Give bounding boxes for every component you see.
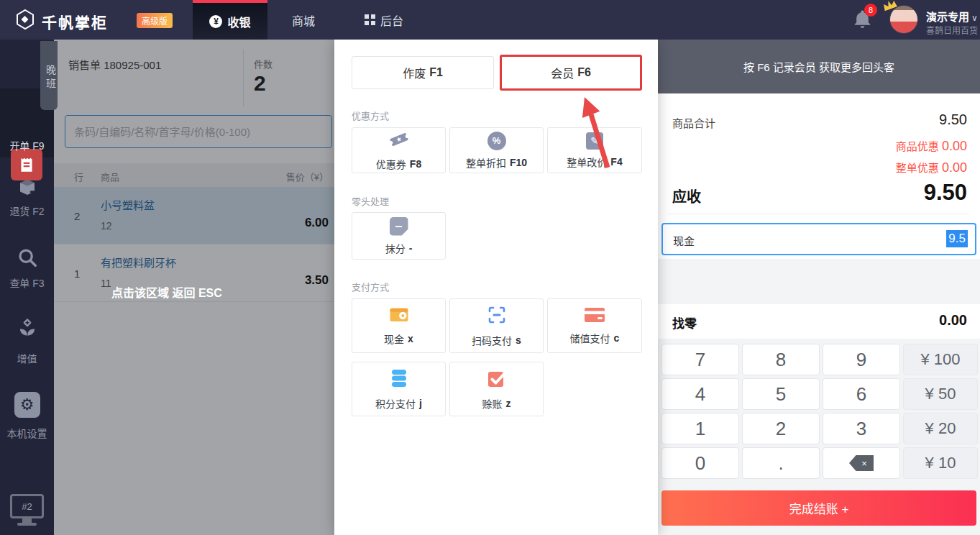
payment-section-label: 支付方式 xyxy=(352,280,389,293)
checkout-actions-panel: 作废F1 会员F6 优惠方式 优惠券F8 % 整单折扣F10 ✎ 整单改价F4 … xyxy=(334,40,658,535)
sidebar-item-local-settings-label[interactable]: 本机设置 xyxy=(0,426,54,440)
item-discount: 商品优惠 0.00 xyxy=(896,138,967,154)
points-pay-key: j xyxy=(419,398,422,409)
points-pay-label: 积分支付 xyxy=(375,396,416,411)
minus-icon: – xyxy=(390,217,408,236)
order-discount-button[interactable]: % 整单折扣F10 xyxy=(449,127,544,173)
scan-pay-button[interactable]: 扫码支付s xyxy=(449,298,544,353)
cash-pay-key: x xyxy=(408,333,413,344)
tab-mall-label: 商城 xyxy=(292,12,315,29)
denom-50-button[interactable]: ¥ 50 xyxy=(903,378,978,410)
overlay-hint-text: 点击该区域 返回 ESC xyxy=(111,283,222,301)
brand-name: 千帆掌柜 xyxy=(42,11,108,32)
order-discount-key: F10 xyxy=(510,157,527,168)
member-label: 会员 xyxy=(551,64,574,81)
sidebar-item-open-order-label: 开单 F9 xyxy=(0,138,54,152)
backspace-key[interactable]: × xyxy=(823,447,900,479)
tab-backend[interactable]: 后台 xyxy=(347,0,421,40)
wallet-icon xyxy=(388,306,410,326)
denom-20-button[interactable]: ¥ 20 xyxy=(903,413,978,444)
card-icon xyxy=(584,307,605,326)
percent-icon: % xyxy=(487,132,506,150)
void-button[interactable]: 作废F1 xyxy=(352,56,494,89)
rounding-section-label: 零头处理 xyxy=(352,194,389,208)
numpad-key-5[interactable]: 5 xyxy=(742,378,820,410)
numpad-key-7[interactable]: 7 xyxy=(661,344,739,375)
chevron-down-icon: ∨ xyxy=(971,13,978,23)
search-order-icon[interactable] xyxy=(0,247,54,268)
checkout-panel: 按 F6 记录会员 获取更多回头客 商品合计 9.50 商品优惠 0.00 整单… xyxy=(658,40,980,535)
tab-mall[interactable]: 商城 xyxy=(267,0,339,40)
member-tip-banner[interactable]: 按 F6 记录会员 获取更多回头客 xyxy=(658,40,980,93)
numpad-key-4[interactable]: 4 xyxy=(661,378,739,410)
complete-checkout-button[interactable]: 完成结账 + xyxy=(661,490,976,526)
cash-pay-button[interactable]: 现金x xyxy=(352,298,446,353)
cash-amount-input[interactable]: 现金 9.5 xyxy=(661,223,976,255)
stored-pay-label: 储值支付 xyxy=(570,331,610,345)
order-discount-label: 整单折扣 xyxy=(466,155,506,170)
stored-pay-key: c xyxy=(614,332,620,344)
numpad-key-6[interactable]: 6 xyxy=(823,378,900,410)
cash-pay-label: 现金 xyxy=(384,331,404,346)
dismiss-overlay[interactable]: 点击该区域 返回 ESC xyxy=(54,40,334,535)
tab-cashier-label: 收银 xyxy=(227,13,250,30)
topbar: 千帆掌柜 高级版 ¥ 收银 商城 后台 8 演示专用∨ 喜鹊日用百货 xyxy=(0,0,980,40)
cash-input-label: 现金 xyxy=(673,233,695,248)
value-added-icon[interactable] xyxy=(0,317,54,339)
sidebar-item-value-added-label[interactable]: 增值 xyxy=(0,351,54,365)
erase-cents-button[interactable]: – 抹分- xyxy=(352,212,446,260)
notification-count-badge: 8 xyxy=(864,4,877,17)
shift-tab[interactable]: 晚班 xyxy=(40,41,58,110)
sidebar-item-returns-label[interactable]: 退货 F2 xyxy=(0,204,54,218)
return-box-icon[interactable] xyxy=(0,175,54,197)
checkbox-icon xyxy=(487,368,507,391)
numpad-key-dot[interactable]: . xyxy=(742,447,820,479)
points-pay-button[interactable]: 积分支付j xyxy=(352,362,446,416)
void-label: 作废 xyxy=(403,64,426,81)
coupon-label: 优惠券 xyxy=(376,157,406,171)
tab-cashier[interactable]: ¥ 收银 xyxy=(193,0,267,40)
scan-pay-key: s xyxy=(516,334,521,346)
numpad-key-1[interactable]: 1 xyxy=(661,413,739,444)
tab-backend-label: 后台 xyxy=(380,12,403,29)
divider xyxy=(669,214,969,214)
subtotal-value: 9.50 xyxy=(939,111,967,128)
numpad-key-8[interactable]: 8 xyxy=(742,344,820,375)
member-button[interactable]: 会员F6 xyxy=(500,55,642,91)
void-key: F1 xyxy=(429,66,443,79)
pos-app: 千帆掌柜 高级版 ¥ 收银 商城 后台 8 演示专用∨ 喜鹊日用百货 xyxy=(0,0,980,535)
brand-logo-icon xyxy=(14,9,36,30)
yen-icon: ¥ xyxy=(209,15,222,28)
denom-100-button[interactable]: ¥ 100 xyxy=(903,344,978,375)
cash-input-value: 9.5 xyxy=(946,230,968,247)
discount-section-label: 优惠方式 xyxy=(352,109,389,122)
numpad-key-2[interactable]: 2 xyxy=(742,413,820,444)
credit-button[interactable]: 赊账z xyxy=(449,362,544,416)
numpad-key-0[interactable]: 0 xyxy=(661,447,739,479)
backspace-icon: × xyxy=(849,455,874,471)
order-panel: 销售单 180925-001 件数 2 行 商品 售价（¥） 2 小号塑料盆 1… xyxy=(54,40,334,535)
monitor-base xyxy=(17,523,37,526)
member-key: F6 xyxy=(577,66,591,79)
denom-10-button[interactable]: ¥ 10 xyxy=(903,447,978,479)
coupon-button[interactable]: 优惠券F8 xyxy=(352,127,446,173)
stored-value-pay-button[interactable]: 储值支付c xyxy=(547,298,642,353)
database-icon xyxy=(390,368,408,391)
order-discount: 整单优惠 0.00 xyxy=(896,160,967,175)
totals-block: 商品合计 9.50 商品优惠 0.00 整单优惠 0.00 应收 9.50 现金… xyxy=(658,93,980,259)
due-label: 应收 xyxy=(672,186,701,206)
terminal-monitor-icon[interactable]: #2 xyxy=(10,494,44,518)
gear-icon[interactable]: ⚙ xyxy=(0,392,54,418)
change-value: 0.00 xyxy=(939,312,967,329)
sidebar-item-search-label[interactable]: 查单 F3 xyxy=(0,275,54,290)
change-label: 找零 xyxy=(672,314,697,331)
erase-cents-label: 抹分 xyxy=(385,241,406,255)
user-name[interactable]: 演示专用∨ xyxy=(926,9,978,24)
credit-label: 赊账 xyxy=(482,396,503,411)
numpad-key-3[interactable]: 3 xyxy=(823,413,900,444)
credit-key: z xyxy=(506,398,511,409)
numpad-key-9[interactable]: 9 xyxy=(823,344,900,375)
scan-icon xyxy=(487,305,507,328)
due-value: 9.50 xyxy=(924,180,967,206)
grid-icon xyxy=(365,14,375,25)
